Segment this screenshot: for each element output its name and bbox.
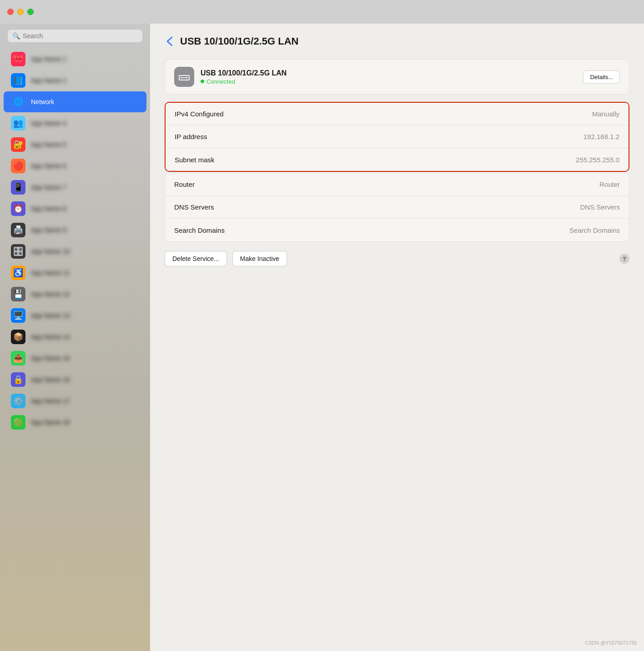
ip-address-value: 192.168.1.2 <box>584 133 619 140</box>
search-domains-label: Search Domains <box>174 226 569 234</box>
sidebar-icon-17: ⚙️ <box>11 394 25 408</box>
sidebar-icon-7: 📱 <box>11 180 25 195</box>
sidebar-item-14[interactable]: 📦 App Name 14 <box>4 326 146 347</box>
back-button[interactable] <box>165 35 175 48</box>
title-bar <box>0 0 644 24</box>
sidebar-label-5: App Name 5 <box>31 141 66 148</box>
network-name: USB 10/100/1G/2.5G LAN <box>201 69 577 77</box>
sidebar-item-11[interactable]: ♿ App Name 11 <box>4 262 146 283</box>
sidebar-label-13: App Name 13 <box>31 312 70 319</box>
search-input[interactable] <box>23 32 138 40</box>
sidebar-icon-6: 🔴 <box>11 159 25 173</box>
sidebar-item-7[interactable]: 📱 App Name 7 <box>4 177 146 198</box>
sidebar-label-8: App Name 8 <box>31 205 66 212</box>
status-text: Connected <box>206 78 235 85</box>
make-inactive-button[interactable]: Make Inactive <box>232 251 287 266</box>
sidebar: 🔍 🎀 App Name 1 📘 App Name 2 🌐 Network <box>0 24 150 651</box>
minimize-button[interactable] <box>17 9 24 15</box>
sidebar-label-6: App Name 6 <box>31 162 66 170</box>
sidebar-icon-2: 📘 <box>11 73 25 88</box>
search-domains-value: Search Domains <box>569 226 620 234</box>
dns-servers-value: DNS Servers <box>580 203 620 211</box>
sidebar-item-17[interactable]: ⚙️ App Name 17 <box>4 391 146 411</box>
sidebar-label-15: App Name 15 <box>31 355 70 362</box>
router-label: Router <box>174 180 599 188</box>
sidebar-icon-5: 🔐 <box>11 137 25 152</box>
dns-servers-row: DNS Servers DNS Servers <box>165 196 629 219</box>
sidebar-label-9: App Name 9 <box>31 226 66 234</box>
traffic-lights <box>7 9 34 15</box>
action-bar: Delete Service... Make Inactive ? <box>165 251 629 266</box>
details-button[interactable]: Details... <box>583 70 620 84</box>
network-card: USB 10/100/1G/2.5G LAN Connected Details… <box>165 59 629 95</box>
additional-info-table: Router Router DNS Servers DNS Servers Se… <box>165 173 629 242</box>
sidebar-item-network[interactable]: 🌐 Network <box>4 91 146 112</box>
svg-point-2 <box>181 77 182 79</box>
ipv4-configured-row: IPv4 Configured Manually <box>166 103 629 125</box>
sidebar-item-5[interactable]: 🔐 App Name 5 <box>4 134 146 155</box>
network-info: USB 10/100/1G/2.5G LAN Connected <box>201 69 577 85</box>
ipv4-label: IPv4 Configured <box>175 110 592 118</box>
sidebar-item-18[interactable]: 🟢 App Name 18 <box>4 412 146 433</box>
sidebar-item-15[interactable]: 📤 App Name 15 <box>4 348 146 369</box>
sidebar-icon-8: ⏰ <box>11 201 25 216</box>
close-button[interactable] <box>7 9 14 15</box>
search-bar[interactable]: 🔍 <box>7 29 143 43</box>
content-area: USB 10/100/1G/2.5G LAN USB 10/100/1G/2.5… <box>150 24 644 651</box>
subnet-mask-row: Subnet mask 255.255.255.0 <box>166 148 629 171</box>
sidebar-label-17: App Name 17 <box>31 397 70 405</box>
sidebar-icon-12: 💾 <box>11 287 25 301</box>
sidebar-label-2: App Name 2 <box>31 77 66 84</box>
fullscreen-button[interactable] <box>27 9 34 15</box>
ipv4-value: Manually <box>592 110 619 118</box>
content-header: USB 10/100/1G/2.5G LAN <box>165 35 629 48</box>
search-domains-row: Search Domains Search Domains <box>165 219 629 241</box>
network-device-icon <box>174 67 194 87</box>
sidebar-icon-13: 🖥️ <box>11 308 25 323</box>
status-dot <box>201 80 204 83</box>
sidebar-item-1[interactable]: 🎀 App Name 1 <box>4 49 146 70</box>
ipv4-table: IPv4 Configured Manually IP address 192.… <box>165 102 629 172</box>
sidebar-icon-16: 🔒 <box>11 372 25 387</box>
help-button[interactable]: ? <box>619 254 629 264</box>
sidebar-label-network: Network <box>31 98 54 105</box>
sidebar-label-4: App Name 4 <box>31 120 66 127</box>
network-status: Connected <box>201 78 577 85</box>
sidebar-icon-18: 🟢 <box>11 415 25 430</box>
watermark: CSDN @Y1575071736 <box>585 640 637 646</box>
sidebar-label-1: App Name 1 <box>31 55 66 63</box>
sidebar-item-12[interactable]: 💾 App Name 12 <box>4 284 146 305</box>
ip-address-label: IP address <box>175 133 584 140</box>
ip-address-row: IP address 192.168.1.2 <box>166 125 629 148</box>
sidebar-icon-network: 🌐 <box>11 95 25 109</box>
sidebar-label-10: App Name 10 <box>31 248 70 255</box>
sidebar-label-7: App Name 7 <box>31 184 66 191</box>
sidebar-icon-1: 🎀 <box>11 52 25 66</box>
router-value: Router <box>599 180 620 188</box>
sidebar-item-6[interactable]: 🔴 App Name 6 <box>4 155 146 176</box>
sidebar-icon-4: 👥 <box>11 116 25 130</box>
router-row: Router Router <box>165 173 629 196</box>
sidebar-icon-10: 🎛️ <box>11 244 25 259</box>
dns-servers-label: DNS Servers <box>174 203 580 211</box>
sidebar-item-13[interactable]: 🖥️ App Name 13 <box>4 305 146 326</box>
subnet-mask-label: Subnet mask <box>175 156 576 164</box>
page-title: USB 10/100/1G/2.5G LAN <box>180 35 298 47</box>
sidebar-item-4[interactable]: 👥 App Name 4 <box>4 113 146 134</box>
sidebar-label-18: App Name 18 <box>31 419 70 426</box>
sidebar-list: 🎀 App Name 1 📘 App Name 2 🌐 Network 👥 Ap… <box>0 46 150 651</box>
sidebar-icon-15: 📤 <box>11 351 25 366</box>
sidebar-item-10[interactable]: 🎛️ App Name 10 <box>4 241 146 262</box>
sidebar-icon-9: 🖨️ <box>11 223 25 237</box>
delete-service-button[interactable]: Delete Service... <box>165 251 227 266</box>
sidebar-label-11: App Name 11 <box>31 269 70 276</box>
sidebar-item-16[interactable]: 🔒 App Name 16 <box>4 369 146 390</box>
sidebar-label-16: App Name 16 <box>31 376 70 383</box>
svg-point-3 <box>186 77 188 79</box>
sidebar-icon-14: 📦 <box>11 330 25 344</box>
sidebar-item-9[interactable]: 🖨️ App Name 9 <box>4 220 146 240</box>
sidebar-item-2[interactable]: 📘 App Name 2 <box>4 70 146 91</box>
sidebar-item-8[interactable]: ⏰ App Name 8 <box>4 198 146 219</box>
sidebar-label-14: App Name 14 <box>31 333 70 341</box>
subnet-mask-value: 255.255.255.0 <box>576 156 619 164</box>
